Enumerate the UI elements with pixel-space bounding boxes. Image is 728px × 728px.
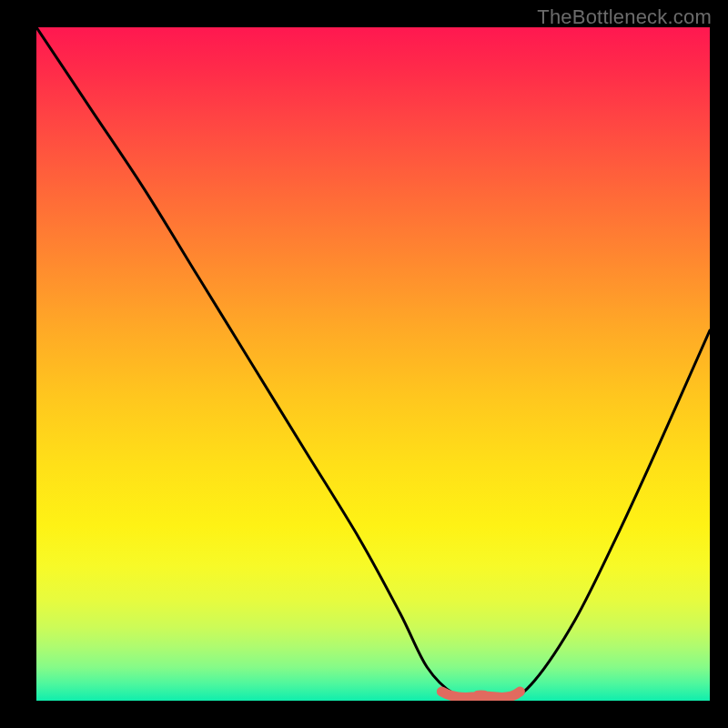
- plot-area: [36, 27, 710, 701]
- watermark-text: TheBottleneck.com: [537, 5, 712, 29]
- bottleneck-curve: [36, 27, 710, 701]
- curve-layer: [36, 27, 710, 701]
- flat-zone-marker: [441, 692, 520, 697]
